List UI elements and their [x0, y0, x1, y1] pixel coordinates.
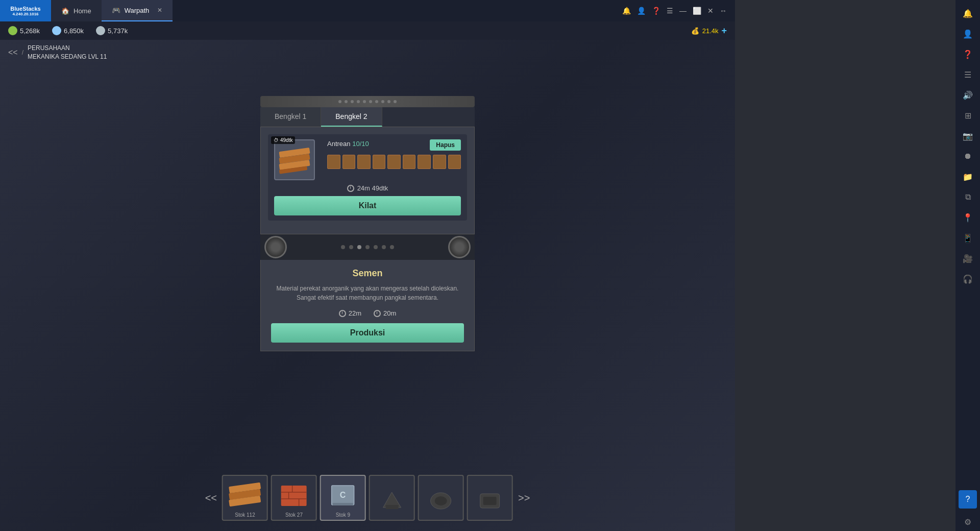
item-slot-dark2[interactable]	[418, 475, 464, 521]
help-sidebar-icon[interactable]: ❓	[959, 45, 977, 63]
cement-item-icon-area: C	[321, 479, 365, 512]
help-bottom-sidebar-icon[interactable]: ?	[959, 490, 977, 509]
gear-dot	[363, 100, 366, 103]
menu-titlebar-icon[interactable]: ☰	[667, 7, 673, 15]
queue-timer-badge: ⏱ 49dtk	[271, 136, 295, 144]
grid-sidebar-icon[interactable]: ⊞	[959, 106, 977, 125]
audio-sidebar-icon[interactable]: 🎧	[959, 270, 977, 288]
item-slot-cement[interactable]: C Stok 9	[320, 475, 366, 521]
item-slot-brick[interactable]: Stok 27	[271, 475, 317, 521]
add-gold-button[interactable]: +	[721, 26, 727, 36]
gear-row-mid	[260, 234, 475, 260]
resize-titlebar-icon[interactable]: ↔	[720, 7, 727, 15]
breadcrumb-text: PERUSAHAAN MEKANIKA SEDANG LVL 11	[28, 44, 107, 61]
gear-left	[264, 236, 287, 258]
title-bar: BlueStacks 4.240.20.1016 🏠 Home 🎮 Warpat…	[0, 0, 735, 21]
queue-thumb-6	[403, 155, 416, 169]
svg-rect-7	[281, 486, 307, 506]
screenshot-sidebar-icon[interactable]: 📷	[959, 127, 977, 145]
brick-slot-label: Stok 27	[285, 512, 303, 518]
tab-bengkel2[interactable]: Bengkel 2	[321, 107, 382, 127]
home-icon: 🏠	[61, 7, 69, 15]
tab-warpath[interactable]: 🎮 Warpath ✕	[102, 0, 173, 21]
hapus-button[interactable]: Hapus	[430, 139, 461, 151]
bluestacks-logo: BlueStacks 4.240.20.1016	[0, 0, 51, 21]
tab-close-icon[interactable]: ✕	[157, 7, 162, 14]
queue-thumb-4	[373, 155, 386, 169]
gold-icon: 💰	[691, 27, 699, 35]
queue-header: Antrean 10/10 Hapus	[327, 139, 461, 151]
record-sidebar-icon[interactable]: ⏺	[959, 147, 977, 165]
tab-home[interactable]: 🏠 Home	[51, 0, 102, 21]
gear-dot	[387, 100, 390, 103]
wood-slot-label: Stok 112	[235, 512, 255, 518]
back-button[interactable]: <<	[8, 48, 18, 57]
volume-sidebar-icon[interactable]: 🔊	[959, 86, 977, 104]
queue-right: Antrean 10/10 Hapus	[327, 139, 461, 169]
svg-rect-18	[386, 505, 399, 509]
queue-thumb-3	[357, 155, 371, 169]
svg-text:C: C	[340, 491, 346, 499]
wood-plank-icon	[277, 144, 312, 175]
kilat-button[interactable]: Kilat	[274, 196, 461, 215]
right-sidebar: 🔔 👤 ❓ ☰ 🔊 ⊞ 📷 ⏺ 📁 ⧉ 📍 📱 🎥 🎧 ? ⚙	[955, 0, 980, 531]
dark3-item-icon	[476, 490, 504, 513]
dark2-item-icon-area	[419, 485, 463, 518]
notification-titlebar-icon[interactable]: 🔔	[622, 7, 631, 15]
gear-dots-mid	[341, 245, 394, 249]
craft-timer: 24m 49dtk	[274, 184, 461, 192]
dark3-item-icon-area	[468, 485, 512, 518]
info-panel: Semen Material perekat anorganik yang ak…	[260, 260, 475, 351]
item-slot-dark1[interactable]	[369, 475, 415, 521]
timer1-icon	[339, 310, 346, 317]
location-sidebar-icon[interactable]: 📍	[959, 208, 977, 227]
brick-item-icon-area	[272, 479, 316, 512]
queue-item-preview: ⏱ 49dtk	[274, 139, 315, 180]
produksi-button[interactable]: Produksi	[271, 323, 464, 343]
next-arrow[interactable]: >>	[516, 490, 532, 506]
copy-sidebar-icon[interactable]: ⧉	[959, 188, 977, 206]
gear-dot	[338, 100, 341, 103]
cement-item-icon: C	[328, 481, 358, 510]
account-titlebar-icon[interactable]: 👤	[637, 7, 646, 15]
title-bar-controls: 🔔 👤 ❓ ☰ — ⬜ ✕ ↔	[622, 7, 735, 15]
gear-dot-mid-6	[382, 245, 386, 249]
tabs-row: Bengkel 1 Bengkel 2	[260, 107, 475, 127]
help-titlebar-icon[interactable]: ❓	[652, 7, 660, 15]
gear-dot-mid-3	[357, 245, 361, 249]
brick-item-icon	[279, 483, 309, 509]
gear-dot	[369, 100, 372, 103]
item-slot-wood[interactable]: Stok 112	[222, 475, 268, 521]
phone-sidebar-icon[interactable]: 📱	[959, 229, 977, 247]
account-sidebar-icon[interactable]: 👤	[959, 25, 977, 43]
queue-thumb-2	[342, 155, 356, 169]
close-titlebar-icon[interactable]: ✕	[707, 7, 714, 15]
item-slot-dark3[interactable]	[467, 475, 513, 521]
main-panel: Bengkel 1 Bengkel 2 ⏱ 49dtk	[260, 96, 475, 351]
warpath-game-icon: 🎮	[112, 6, 120, 14]
gear-dot	[394, 100, 397, 103]
metal-icon	[96, 26, 105, 35]
video-sidebar-icon[interactable]: 🎥	[959, 249, 977, 268]
folder-sidebar-icon[interactable]: 📁	[959, 167, 977, 186]
food-resource: 5,268k	[8, 26, 40, 35]
tab-bengkel1[interactable]: Bengkel 1	[260, 107, 321, 127]
antrean-count: 10/10	[352, 140, 369, 148]
queue-thumb-7	[418, 155, 431, 169]
queue-thumb-1	[327, 155, 340, 169]
notification-sidebar-icon[interactable]: 🔔	[959, 4, 977, 22]
svg-rect-22	[483, 497, 497, 505]
timer2-icon	[374, 310, 381, 317]
gear-dot-mid-7	[390, 245, 394, 249]
breadcrumb: << / PERUSAHAAN MEKANIKA SEDANG LVL 11	[8, 44, 107, 61]
minimize-titlebar-icon[interactable]: —	[679, 7, 687, 15]
wood-item-icon-area	[223, 479, 267, 512]
prev-arrow[interactable]: <<	[203, 490, 219, 506]
gear-dot	[351, 100, 354, 103]
settings-sidebar-icon[interactable]: ⚙	[959, 513, 977, 531]
menu-sidebar-icon[interactable]: ☰	[959, 65, 977, 84]
restore-titlebar-icon[interactable]: ⬜	[693, 7, 701, 15]
info-timer-1: 22m	[339, 309, 361, 317]
gear-dot	[357, 100, 360, 103]
gear-dot-mid-1	[341, 245, 345, 249]
